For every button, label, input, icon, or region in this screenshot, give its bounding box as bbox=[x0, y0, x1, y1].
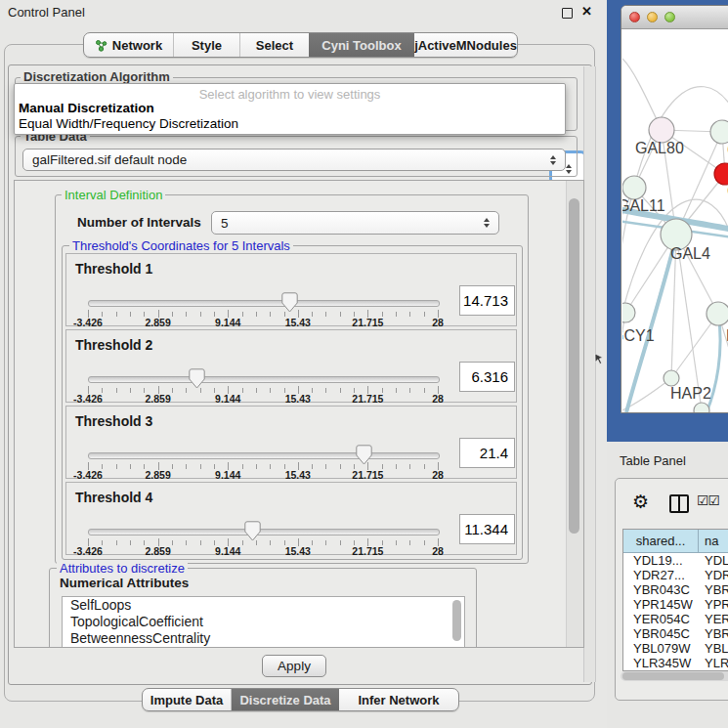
outer-scrollbar-track[interactable] bbox=[583, 66, 596, 682]
tab-label: Style bbox=[192, 38, 222, 53]
threshold-4-value-field[interactable] bbox=[459, 514, 515, 544]
application-window: Control Panel ✕ NetworkStyleSelectCyni T… bbox=[0, 0, 728, 728]
slider-tick-labels: -3.4262.8599.14415.4321.71528 bbox=[88, 545, 438, 556]
table-row[interactable]: YBR045CYBR0 bbox=[623, 626, 728, 641]
table-toolbar: ⚙ ☑☑ bbox=[616, 479, 728, 526]
menu-item-equal-width-frequency[interactable]: Equal Width/Frequency Discretization bbox=[19, 116, 238, 131]
node-gal11[interactable] bbox=[622, 176, 646, 199]
threshold-label: Threshold 1 bbox=[75, 261, 152, 277]
float-window-icon[interactable] bbox=[562, 8, 573, 19]
node-label-hap2: HAP2 bbox=[670, 385, 711, 402]
tab-infer-network[interactable]: Infer Network bbox=[339, 689, 458, 710]
node-selected-red[interactable] bbox=[714, 163, 728, 185]
settings-scroll-panel: Interval Definition Number of Intervals … bbox=[14, 180, 584, 648]
top-tab-bar: NetworkStyleSelectCyni ToolboxjActiveMNo… bbox=[83, 32, 518, 58]
node-hap2[interactable] bbox=[664, 370, 679, 386]
threshold-1-slider-thumb[interactable] bbox=[281, 292, 298, 313]
attributes-area: SelfLoopsTopologicalCoefficientBetweenne… bbox=[49, 568, 477, 647]
tab-label: Select bbox=[256, 38, 293, 53]
cell-shared-name: YBR043C bbox=[623, 582, 699, 597]
threshold-2-slider-thumb[interactable] bbox=[189, 368, 205, 389]
table-row[interactable]: YDL19...YDL1 bbox=[623, 553, 728, 568]
tab-network[interactable]: Network bbox=[84, 33, 174, 57]
close-traffic-light-icon[interactable] bbox=[629, 12, 640, 22]
table-row[interactable]: YBR043CYBR0 bbox=[623, 582, 728, 597]
tab-cyni-toolbox[interactable]: Cyni Toolbox bbox=[309, 33, 414, 57]
threshold-1-slider-track[interactable] bbox=[88, 300, 440, 307]
table-row[interactable]: YPR145WYPR1 bbox=[623, 597, 728, 612]
tab-jactivemnodules[interactable]: jActiveMNodules bbox=[414, 33, 517, 57]
threshold-3-value-field[interactable] bbox=[459, 438, 515, 468]
threshold-3-slider-thumb[interactable] bbox=[356, 445, 372, 465]
table-header-row: shared... na bbox=[623, 530, 728, 553]
tab-label: jActiveMNodules bbox=[414, 38, 517, 53]
column-header-shared-name[interactable]: shared... bbox=[623, 530, 699, 553]
list-item-selfloops[interactable]: SelfLoops bbox=[63, 597, 464, 614]
network-panel-background: GAL80 G C GAL11 GAL4 GCY1 H HAP2 bbox=[607, 0, 728, 442]
list-scrollbar-thumb[interactable] bbox=[452, 600, 461, 641]
table-window: ⚙ ☑☑ shared... na YDL19...YDL1YDR27...YD… bbox=[615, 478, 728, 701]
cell-shared-name: YER054C bbox=[623, 612, 699, 626]
select-checkboxes-icon[interactable]: ☑☑ bbox=[697, 492, 719, 508]
tab-impute-data[interactable]: Impute Data bbox=[143, 689, 232, 710]
threshold-2-slider-track[interactable] bbox=[88, 376, 440, 383]
network-canvas[interactable]: GAL80 G C GAL11 GAL4 GCY1 H HAP2 bbox=[622, 29, 728, 412]
node-top-right[interactable] bbox=[710, 120, 728, 144]
tab-label: Cyni Toolbox bbox=[321, 38, 401, 53]
threshold-3-slider-track[interactable] bbox=[88, 452, 440, 459]
column-header-name[interactable]: na bbox=[699, 530, 728, 553]
num-intervals-combo[interactable]: 5 bbox=[211, 211, 499, 235]
tab-style[interactable]: Style bbox=[174, 33, 240, 57]
tab-select[interactable]: Select bbox=[240, 33, 309, 57]
inner-scrollbar-thumb[interactable] bbox=[569, 198, 579, 534]
cell-name: YLR3 bbox=[699, 656, 728, 670]
minimize-traffic-light-icon[interactable] bbox=[647, 12, 658, 22]
cell-shared-name: YLR345W bbox=[623, 656, 699, 670]
table-hscrollbar-track[interactable] bbox=[621, 671, 728, 681]
node-label-gal4: GAL4 bbox=[670, 245, 710, 262]
node-bottom-partial[interactable] bbox=[694, 403, 709, 412]
slider-tick-labels: -3.4262.8599.14415.4321.71528 bbox=[88, 469, 438, 480]
list-item-betweennesscentrality[interactable]: BetweennessCentrality bbox=[63, 630, 464, 647]
apply-button[interactable]: Apply bbox=[262, 655, 326, 677]
table-data-combo[interactable]: galFiltered.sif default node bbox=[22, 149, 566, 171]
node-gcy1[interactable] bbox=[622, 303, 635, 322]
table-data-combo-value: galFiltered.sif default node bbox=[23, 152, 545, 167]
thresholds-stack: Threshold 1-3.4262.8599.14415.4321.71528… bbox=[62, 253, 517, 558]
threshold-4-slider-thumb[interactable] bbox=[244, 521, 261, 541]
cell-name: YBR0 bbox=[699, 582, 728, 597]
tab-label: Infer Network bbox=[358, 693, 439, 707]
table-hscrollbar-thumb[interactable] bbox=[622, 672, 724, 680]
threshold-1-value-field[interactable] bbox=[459, 285, 515, 316]
algorithm-prompt: Select algorithm to view settings bbox=[15, 87, 565, 102]
node-attribute-table[interactable]: shared... na YDL19...YDL1YDR27...YDR2YBR… bbox=[622, 529, 728, 671]
network-view-window[interactable]: GAL80 G C GAL11 GAL4 GCY1 H HAP2 bbox=[621, 5, 728, 413]
node-h[interactable] bbox=[707, 302, 728, 325]
tab-label: Network bbox=[112, 38, 162, 53]
bottom-tab-bar: Impute DataDiscretize DataInfer Network bbox=[142, 688, 459, 711]
columns-icon[interactable] bbox=[669, 494, 689, 513]
table-row[interactable]: YDR27...YDR2 bbox=[623, 568, 728, 582]
table-row[interactable]: YBL079WYBL0 bbox=[623, 641, 728, 656]
node-label-gcy1: GCY1 bbox=[622, 327, 655, 344]
tab-discretize-data[interactable]: Discretize Data bbox=[232, 689, 339, 710]
num-intervals-value: 5 bbox=[212, 216, 479, 231]
numerical-attributes-list[interactable]: SelfLoopsTopologicalCoefficientBetweenne… bbox=[62, 596, 465, 648]
table-row[interactable]: YER054CYER0 bbox=[623, 612, 728, 626]
algorithm-group-title: Discretization Algorithm bbox=[21, 70, 173, 83]
table-row[interactable]: YLR345WYLR3 bbox=[623, 656, 728, 670]
zoom-traffic-light-icon[interactable] bbox=[664, 12, 675, 22]
threshold-4-slider-track[interactable] bbox=[88, 529, 440, 535]
panel-title: Control Panel bbox=[8, 5, 85, 20]
list-item-topologicalcoefficient[interactable]: TopologicalCoefficient bbox=[63, 614, 464, 630]
network-window-titlebar[interactable] bbox=[621, 6, 728, 29]
threshold-2-value-field[interactable] bbox=[459, 362, 515, 392]
slider-thumb-icon bbox=[281, 292, 298, 313]
close-icon[interactable]: ✕ bbox=[581, 4, 592, 19]
gear-icon[interactable]: ⚙ bbox=[632, 491, 649, 513]
num-intervals-label: Number of Intervals bbox=[77, 215, 201, 230]
table-panel-section: Table Panel ⚙ ☑☑ shared... na YDL19...YD… bbox=[607, 442, 728, 728]
menu-item-manual-discretization[interactable]: Manual Discretization bbox=[19, 101, 154, 115]
combo-stepper-icon bbox=[545, 155, 561, 165]
threshold-4-panel: Threshold 4-3.4262.8599.14415.4321.71528 bbox=[65, 482, 517, 555]
